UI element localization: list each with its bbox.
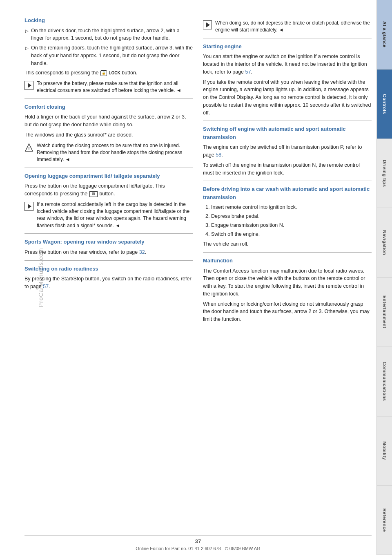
luggage-note-text: If a remote control accidentally left in… xyxy=(37,201,193,230)
divider-2 xyxy=(24,168,193,168)
bullet-arrow-icon-2: ▷ xyxy=(25,45,29,67)
play-icon-2 xyxy=(24,202,33,211)
comfort-closing-text-2: The windows and the glass sunroof* are c… xyxy=(24,131,193,139)
page-number: 37 xyxy=(24,538,372,544)
warning-icon: ! xyxy=(24,143,33,152)
lock-icon: 🔒 xyxy=(100,70,107,76)
play-icon xyxy=(24,81,33,90)
sidebar-item-at-glance[interactable]: At a glance xyxy=(376,0,392,69)
locking-heading: Locking xyxy=(24,16,193,25)
car-wash-step-1: Insert remote control into ignition lock… xyxy=(211,204,372,211)
comfort-closing-warning-text: Watch during the closing process to be s… xyxy=(37,142,193,163)
car-wash-step-3: Engage transmission position N. xyxy=(211,222,372,229)
radio-readiness-text: By pressing the Start/Stop button, you s… xyxy=(24,275,193,291)
malfunction-text-2: When unlocking or locking/comfort closin… xyxy=(203,300,372,323)
sports-wagon-link[interactable]: 32 xyxy=(139,249,145,255)
main-content: Locking ▷ On the driver's door, touch th… xyxy=(24,16,372,530)
malfunction-heading: Malfunction xyxy=(203,257,372,265)
comfort-closing-heading: Comfort closing xyxy=(24,103,193,111)
sidebar-item-navigation[interactable]: Navigation xyxy=(376,208,392,278)
brake-note: When doing so, do not depress the brake … xyxy=(203,20,372,34)
lock-button-text: This corresponds to pressing the 🔒 LOCK … xyxy=(24,69,193,77)
radio-readiness-section: Switching on radio readiness By pressing… xyxy=(24,265,193,291)
divider-3 xyxy=(24,233,193,234)
sidebar-item-entertainment[interactable]: Entertainment xyxy=(376,278,392,347)
locking-bullet-1: ▷ On the driver's door, touch the highli… xyxy=(24,27,193,43)
footer-text: Online Edition for Part no. 01 41 2 602 … xyxy=(136,546,260,551)
footer: 37 Online Edition for Part no. 01 41 2 6… xyxy=(24,535,372,551)
svg-text:!: ! xyxy=(28,146,29,151)
brake-note-text: When doing so, do not depress the brake … xyxy=(215,20,372,34)
switching-off-text-2: To switch off the engine in transmission… xyxy=(203,161,372,177)
sidebar-item-reference[interactable]: Reference xyxy=(376,486,392,555)
malfunction-section: Malfunction The Comfort Access function … xyxy=(203,257,372,323)
divider-4 xyxy=(24,260,193,261)
divider-6 xyxy=(203,121,372,121)
luggage-note: If a remote control accidentally left in… xyxy=(24,201,193,230)
starting-engine-text-2: If you take the remote control with you … xyxy=(203,78,372,117)
locking-note-text: To preserve the battery, please make sur… xyxy=(37,80,193,94)
malfunction-text-1: The Comfort Access function may malfunct… xyxy=(203,267,372,298)
car-wash-heading: Before driving into a car wash with auto… xyxy=(203,185,372,201)
switching-off-section: Switching off engine with automatic and … xyxy=(203,125,372,177)
comfort-closing-section: Comfort closing Hold a finger or the bac… xyxy=(24,103,193,163)
radio-readiness-link[interactable]: 57 xyxy=(43,284,49,289)
divider-7 xyxy=(203,181,372,181)
switching-off-heading: Switching off engine with automatic and … xyxy=(203,125,372,141)
locking-bullet-1-text: On the driver's door, touch the highligh… xyxy=(31,27,193,43)
locking-note: To preserve the battery, please make sur… xyxy=(24,80,193,94)
switching-off-link[interactable]: 58 xyxy=(216,152,221,158)
play-triangle-icon-2 xyxy=(28,204,31,209)
sports-wagon-heading: Sports Wagon: opening rear window separa… xyxy=(24,238,193,246)
divider-8 xyxy=(203,252,372,253)
luggage-heading: Opening luggage compartment lid/ tailgat… xyxy=(24,172,193,180)
starting-engine-text-1: You can start the engine or switch on th… xyxy=(203,53,372,76)
bullet-arrow-icon: ▷ xyxy=(25,28,29,43)
divider-1 xyxy=(24,98,193,99)
switching-off-text-1: The engine can only be switched off in t… xyxy=(203,143,372,159)
radio-readiness-heading: Switching on radio readiness xyxy=(24,265,193,273)
play-triangle-icon xyxy=(28,83,31,88)
play-triangle-icon-3 xyxy=(206,22,210,27)
starting-engine-link-1[interactable]: 57 xyxy=(245,69,251,75)
locking-bullet-2-text: On the remaining doors, touch the highli… xyxy=(31,44,193,67)
car-wash-roll-text: The vehicle can roll. xyxy=(203,240,372,248)
comfort-closing-warning: ! Watch during the closing process to be… xyxy=(24,142,193,163)
car-wash-steps: Insert remote control into ignition lock… xyxy=(211,204,372,238)
luggage-section: Opening luggage compartment lid/ tailgat… xyxy=(24,172,193,230)
sidebar-item-controls[interactable]: Controls xyxy=(376,69,392,139)
sidebar-item-mobility[interactable]: Mobility xyxy=(376,416,392,486)
car-wash-section: Before driving into a car wash with auto… xyxy=(203,185,372,248)
sidebar-item-communications[interactable]: Communications xyxy=(376,347,392,416)
car-wash-step-4: Switch off the engine. xyxy=(211,231,372,238)
right-column: When doing so, do not depress the brake … xyxy=(203,16,372,530)
divider-5 xyxy=(203,38,372,38)
luggage-text: Press the button on the luggage compartm… xyxy=(24,182,193,198)
sidebar: At a glance Controls Driving tips Naviga… xyxy=(376,0,392,555)
sports-wagon-text: Press the button on the rear window, ref… xyxy=(24,248,193,256)
starting-engine-heading: Starting engine xyxy=(203,43,372,51)
sports-wagon-section: Sports Wagon: opening rear window separa… xyxy=(24,238,193,256)
locking-bullet-2: ▷ On the remaining doors, touch the high… xyxy=(24,44,193,67)
starting-engine-section: Starting engine You can start the engine… xyxy=(203,43,372,117)
key-icon: ⊞ xyxy=(89,191,98,197)
sidebar-item-driving-tips[interactable]: Driving tips xyxy=(376,139,392,208)
play-icon-3 xyxy=(203,20,212,29)
comfort-closing-text-1: Hold a finger or the back of your hand a… xyxy=(24,113,193,129)
car-wash-step-2: Depress brake pedal. xyxy=(211,213,372,220)
left-column: Locking ▷ On the driver's door, touch th… xyxy=(24,16,193,530)
locking-section: Locking ▷ On the driver's door, touch th… xyxy=(24,16,193,94)
